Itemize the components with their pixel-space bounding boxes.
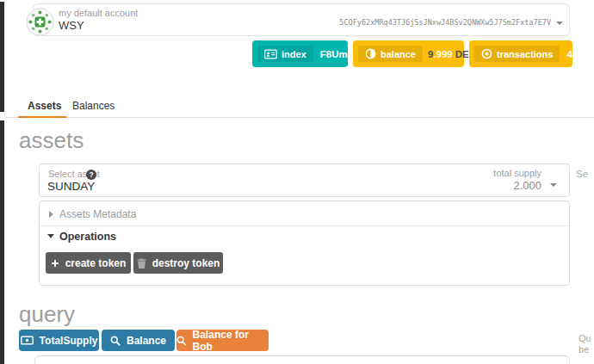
transactions-button[interactable]: transactions 4 (469, 40, 572, 67)
index-label: index (282, 49, 306, 59)
cutoff-text-right: Se (576, 169, 588, 179)
tab-assets[interactable]: Assets (28, 100, 61, 112)
search-icon (110, 336, 121, 346)
total-supply-query-label: TotalSupply (40, 335, 98, 347)
transactions-label: transactions (497, 49, 553, 59)
tab-bar-border (5, 117, 594, 118)
banknote-icon (21, 336, 34, 345)
balance-label: balance (381, 49, 416, 59)
account-type-label: my default account (59, 8, 138, 18)
create-token-button[interactable]: create token (46, 252, 131, 274)
bullseye-icon (481, 48, 492, 59)
operations-label: Operations (59, 231, 116, 243)
balance-for-bob-query-button[interactable]: Balance for Bob (176, 330, 269, 351)
app-root: my default account WSY 5CQFy62xMRq43TJ6j… (0, 0, 594, 364)
adjust-half-circle-icon (365, 48, 376, 59)
balance-decimals: .999 (433, 49, 452, 59)
account-name: WSY (59, 19, 84, 32)
cutoff-text-bottom-2: be (579, 344, 589, 355)
balance-button[interactable]: balance 9.999DEV (353, 40, 464, 67)
transactions-label-pill: transactions (474, 46, 560, 62)
identicon-icon (26, 8, 54, 36)
account-identicon[interactable] (26, 8, 54, 40)
supply-dropdown-caret-icon[interactable] (550, 183, 557, 187)
destroy-token-button[interactable]: destroy token (133, 252, 223, 274)
assets-metadata-label: Assets Metadata (59, 208, 136, 220)
tab-balances[interactable]: Balances (72, 100, 114, 112)
total-supply-query-button[interactable]: TotalSupply (19, 330, 99, 351)
left-edge-bar-top (0, 2, 4, 112)
balance-query-label: Balance (127, 335, 166, 347)
select-asset-dropdown[interactable]: Select asset SUNDAY total supply 2.000 (39, 163, 570, 197)
index-label-pill: index (257, 46, 313, 62)
balance-value: 9.999DEV (423, 49, 475, 59)
index-button[interactable]: index F8Um (252, 40, 348, 67)
select-asset-value[interactable]: SUNDAY (47, 180, 95, 193)
balance-for-bob-query-label: Balance for Bob (193, 329, 269, 353)
asset-panels-card: Assets Metadata Operations create token … (39, 201, 570, 286)
assets-heading: assets (19, 127, 84, 154)
help-icon[interactable] (86, 170, 96, 180)
query-heading: query (19, 301, 75, 328)
plus-icon (51, 259, 59, 268)
create-token-label: create token (65, 257, 127, 269)
account-address[interactable]: 5CQFy62xMRq43TJ6jSsJNxwJ4BSv2QNWXw5J7Sm2… (337, 18, 551, 27)
total-supply-value[interactable]: 2.000 (513, 179, 541, 192)
search-icon (176, 336, 187, 346)
collapsed-arrow-icon (49, 211, 53, 218)
operations-toggle[interactable]: Operations (40, 226, 569, 249)
id-card-icon (264, 49, 277, 59)
destroy-token-label: destroy token (152, 257, 220, 269)
transactions-value: 4 (560, 49, 572, 59)
assets-metadata-toggle[interactable]: Assets Metadata (40, 201, 569, 226)
active-tab-underline (18, 116, 66, 118)
balance-label-pill: balance (358, 46, 423, 62)
trash-icon (137, 258, 146, 268)
cutoff-text-bottom-1: Qu (579, 333, 591, 343)
account-dropdown-caret-icon[interactable] (556, 22, 563, 25)
left-edge-bar-bottom (0, 120, 4, 364)
expanded-arrow-icon (47, 234, 54, 238)
query-result-card (34, 355, 570, 364)
total-supply-label: total supply (493, 168, 541, 178)
balance-query-button[interactable]: Balance (102, 330, 175, 351)
index-value: F8Um (313, 49, 348, 59)
